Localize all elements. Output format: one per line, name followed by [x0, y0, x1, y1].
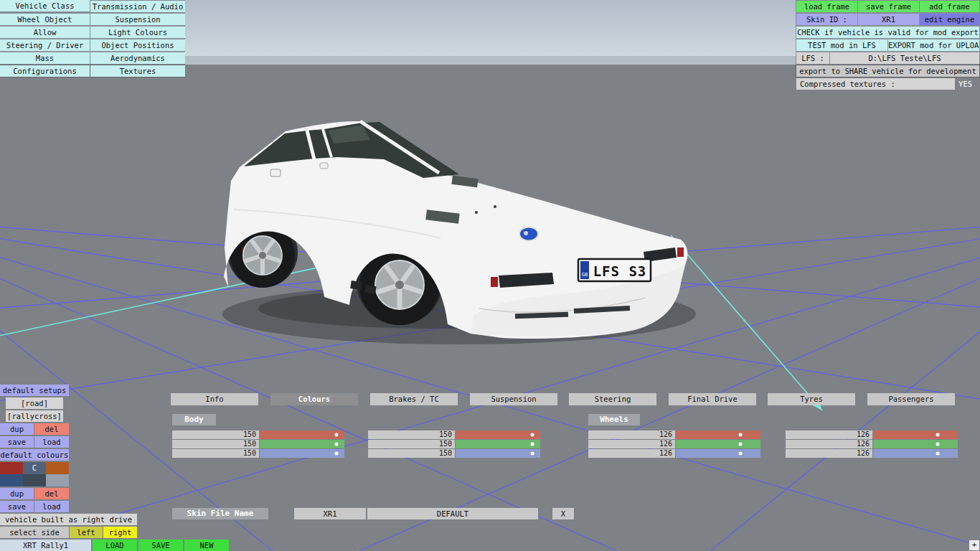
colour-swatch-5[interactable] [23, 474, 46, 486]
wheels1-red-value[interactable]: 126 [588, 430, 675, 439]
load-vehicle-button[interactable]: LOAD [93, 540, 137, 551]
wheels1-red-slider[interactable] [676, 430, 760, 439]
setup-road-button[interactable]: [road] [6, 397, 63, 409]
add-frame-button[interactable]: add frame [920, 1, 979, 12]
hood-pin-2 [494, 205, 496, 208]
menu-object-positions[interactable]: Object Positions [90, 39, 185, 51]
tab-info[interactable]: Info [171, 393, 258, 405]
edit-engine-button[interactable]: edit engine [920, 14, 979, 25]
wheels2-red-value[interactable]: 126 [786, 430, 872, 439]
tab-final-drive[interactable]: Final Drive [669, 393, 756, 405]
colour-swatch-4[interactable] [0, 474, 23, 486]
default-colours-button[interactable]: default colours [0, 449, 69, 461]
colours-save-button[interactable]: save [0, 501, 34, 512]
body1-green-slider[interactable] [260, 440, 344, 448]
tab-brakes-tc[interactable]: Brakes / TC [370, 393, 458, 405]
body2-blue-slider[interactable] [456, 449, 540, 458]
body2-green-value[interactable]: 150 [368, 440, 455, 448]
tab-tyres[interactable]: Tyres [768, 393, 855, 405]
setup-del-button[interactable]: del [34, 423, 69, 435]
lfs-path-value[interactable]: D:\LFS Teste\LFS [830, 52, 979, 64]
menu-transmission-audio[interactable]: Transmission / Audio [90, 1, 185, 12]
right-drive-button[interactable]: vehicle built as right drive [0, 514, 137, 525]
compressed-textures-value[interactable]: YES [958, 78, 979, 90]
wheels2-red-slider[interactable] [873, 430, 958, 439]
vehicle-name-button[interactable]: XRT Rally1 [0, 540, 91, 551]
default-setups-button[interactable]: default setups [0, 385, 69, 396]
new-vehicle-button[interactable]: NEW [184, 540, 229, 551]
body1-red-value[interactable]: 150 [172, 430, 259, 439]
slider-handle[interactable] [739, 452, 743, 456]
setup-save-button[interactable]: save [0, 436, 34, 448]
menu-vehicle-class[interactable]: Vehicle Class [0, 0, 90, 11]
colour-swatch-1[interactable] [0, 462, 23, 474]
check-valid-button[interactable]: CHECK if vehicle is valid for mod export [796, 27, 979, 38]
slider-handle[interactable] [936, 433, 940, 437]
plate-text: LFS S3 [593, 263, 647, 279]
skin-clear-button[interactable]: X [552, 508, 574, 519]
wheels1-green-value[interactable]: 126 [588, 440, 675, 448]
tab-steering[interactable]: Steering [569, 393, 656, 405]
body1-green-value[interactable]: 150 [172, 440, 259, 448]
colour-swatch-2[interactable]: C [23, 462, 46, 474]
expand-button[interactable]: + [969, 540, 979, 550]
wheels2-blue-value[interactable]: 126 [786, 449, 872, 458]
menu-textures[interactable]: Textures [90, 65, 185, 77]
menu-allow[interactable]: Allow [0, 27, 90, 38]
setup-load-button[interactable]: load [34, 436, 69, 448]
wheels1-green-slider[interactable] [676, 440, 760, 448]
tab-suspension[interactable]: Suspension [470, 393, 557, 405]
slider-handle[interactable] [335, 433, 339, 437]
badge-glyph [524, 231, 528, 235]
menu-light-colours[interactable]: Light Colours [90, 27, 185, 38]
side-left-button[interactable]: left [70, 527, 103, 538]
export-mod-button[interactable]: EXPORT mod for UPLOAD [888, 39, 979, 51]
skin-id-value[interactable]: XR1 [858, 14, 919, 25]
slider-handle[interactable] [739, 433, 743, 437]
wheels2-green-value[interactable]: 126 [786, 440, 872, 448]
slider-handle[interactable] [531, 433, 534, 437]
tab-passengers[interactable]: Passengers [867, 393, 955, 405]
slider-handle[interactable] [936, 443, 940, 446]
wheels2-green-slider[interactable] [873, 440, 958, 448]
body2-red-value[interactable]: 150 [368, 430, 455, 439]
skin-name-button[interactable]: DEFAULT [367, 508, 538, 519]
body2-red-slider[interactable] [456, 430, 540, 439]
test-mod-button[interactable]: TEST mod in LFS [796, 39, 887, 51]
slider-handle[interactable] [739, 443, 743, 446]
setup-rallycross-button[interactable]: [rallycross] [6, 410, 63, 422]
body1-blue-slider[interactable] [260, 449, 344, 458]
side-right-button[interactable]: right [103, 527, 137, 538]
slider-handle[interactable] [335, 452, 339, 456]
wheels1-blue-value[interactable]: 126 [588, 449, 675, 458]
compressed-textures-label[interactable]: Compressed textures : [796, 78, 955, 90]
slider-handle[interactable] [531, 452, 534, 456]
menu-mass[interactable]: Mass [0, 52, 90, 64]
colours-dup-button[interactable]: dup [0, 488, 34, 499]
menu-wheel-object[interactable]: Wheel Object [0, 14, 90, 25]
slider-handle[interactable] [531, 443, 534, 446]
wheels1-blue-slider[interactable] [676, 449, 760, 458]
body1-blue-value[interactable]: 150 [172, 449, 259, 458]
slider-handle[interactable] [936, 452, 940, 456]
body2-blue-value[interactable]: 150 [368, 449, 455, 458]
colour-swatch-3[interactable] [46, 462, 69, 474]
skin-car-button[interactable]: XR1 [294, 508, 366, 519]
colour-swatch-6[interactable] [46, 474, 69, 486]
load-frame-button[interactable]: load frame [796, 1, 857, 12]
setup-dup-button[interactable]: dup [0, 423, 34, 435]
share-export-button[interactable]: export to SHARE vehicle for development [796, 65, 979, 77]
save-vehicle-button[interactable]: SAVE [138, 540, 183, 551]
colours-del-button[interactable]: del [34, 488, 69, 499]
menu-steering-driver[interactable]: Steering / Driver [0, 39, 90, 51]
menu-suspension[interactable]: Suspension [90, 14, 185, 25]
body1-red-slider[interactable] [260, 430, 344, 439]
tab-colours[interactable]: Colours [270, 393, 358, 405]
menu-aerodynamics[interactable]: Aerodynamics [90, 52, 185, 64]
body2-green-slider[interactable] [456, 440, 540, 448]
save-frame-button[interactable]: save frame [858, 1, 919, 12]
menu-configurations[interactable]: Configurations [0, 65, 90, 77]
slider-handle[interactable] [335, 443, 339, 446]
colours-load-button[interactable]: load [34, 501, 69, 512]
wheels2-blue-slider[interactable] [873, 449, 958, 458]
